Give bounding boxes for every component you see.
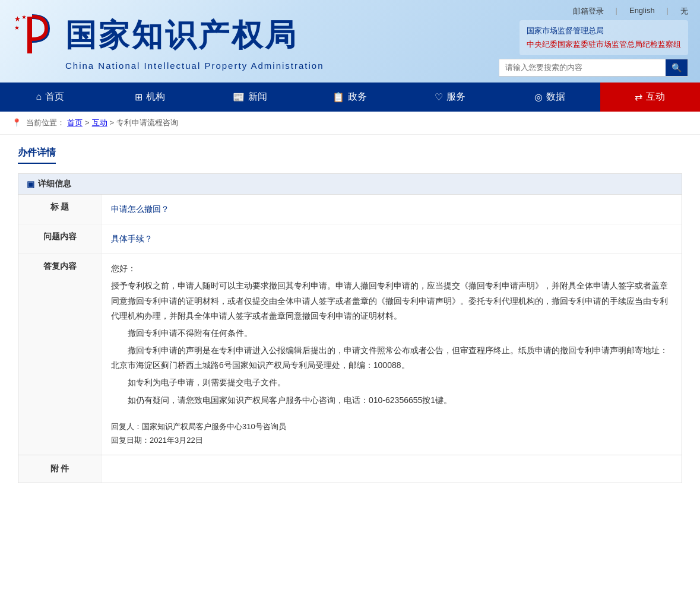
- nav-label-org: 机构: [146, 91, 165, 103]
- nav-label-data: 数据: [546, 91, 565, 103]
- nav-label-interact: 互动: [646, 91, 665, 103]
- search-input[interactable]: [499, 60, 666, 75]
- site-title-en: China National Intellectual Property Adm…: [65, 61, 324, 71]
- title-row: 标 题 申请怎么撤回？: [18, 195, 682, 224]
- svg-rect-3: [27, 17, 32, 53]
- service-icon: ♡: [435, 91, 443, 103]
- breadcrumb-current-label: 当前位置：: [26, 118, 65, 128]
- site-title-zh: 国家知识产权局: [65, 15, 298, 56]
- answer-label: 答复内容: [18, 254, 102, 454]
- search-button[interactable]: 🔍: [666, 59, 688, 76]
- header-top-links: 邮箱登录 | English | 无: [573, 6, 688, 17]
- nav-label-policy: 政务: [348, 91, 367, 103]
- header-right: 邮箱登录 | English | 无 国家市场监督管理总局 中央纪委国家监委驻市…: [499, 6, 688, 77]
- question-row: 问题内容 具体手续？: [18, 224, 682, 254]
- english-link[interactable]: English: [629, 6, 655, 17]
- divider2: |: [667, 6, 669, 17]
- reply-date: 回复日期：2021年3月22日: [111, 433, 672, 447]
- data-icon: ◎: [534, 91, 543, 103]
- breadcrumb-sep1: >: [85, 118, 90, 127]
- search-bar: 🔍: [499, 59, 688, 77]
- detail-header-label: 详细信息: [38, 179, 71, 189]
- header: ★ ★ ★ 国家知识产权局 China National Intellectua…: [0, 0, 700, 83]
- location-icon: 📍: [12, 118, 21, 127]
- nav-item-news[interactable]: 📰 新闻: [200, 83, 300, 112]
- breadcrumb-home[interactable]: 首页: [67, 118, 83, 128]
- news-icon: 📰: [233, 91, 245, 103]
- home-icon: ⌂: [36, 91, 42, 102]
- breadcrumb: 📍 当前位置： 首页 > 互动 > 专利申请流程咨询: [0, 112, 700, 135]
- nav-item-data[interactable]: ◎ 数据: [500, 83, 600, 112]
- svg-text:★: ★: [21, 14, 27, 20]
- question-value: 具体手续？: [102, 224, 682, 253]
- reply-info: 回复人：国家知识产权局客户服务中心310号咨询员 回复日期：2021年3月22日: [111, 420, 672, 448]
- question-label: 问题内容: [18, 224, 102, 253]
- answer-para-4: 如专利为电子申请，则需要提交电子文件。: [111, 375, 672, 390]
- answer-row: 答复内容 您好： 授予专利权之前，申请人随时可以主动要求撤回其专利申请。申请人撤…: [18, 254, 682, 454]
- divider1: |: [616, 6, 617, 17]
- logo-icon: ★ ★ ★: [12, 12, 59, 59]
- other-link[interactable]: 无: [680, 6, 688, 17]
- email-login-link[interactable]: 邮箱登录: [573, 6, 604, 17]
- answer-value: 您好： 授予专利权之前，申请人随时可以主动要求撤回其专利申请。申请人撤回专利申请…: [102, 254, 682, 454]
- nav-item-policy[interactable]: 📋 政务: [300, 83, 400, 112]
- main-nav: ⌂ 首页 ⊞ 机构 📰 新闻 📋 政务 ♡ 服务 ◎ 数据 ⇄ 互动: [0, 83, 700, 112]
- title-label: 标 题: [18, 195, 102, 224]
- header-links-box: 国家市场监督管理总局 中央纪委国家监委驻市场监管总局纪检监察组: [520, 20, 688, 55]
- section-title: 办件详情: [18, 147, 56, 164]
- logo-area: ★ ★ ★ 国家知识产权局 China National Intellectua…: [12, 12, 324, 71]
- discipline-inspection-link[interactable]: 中央纪委国家监委驻市场监管总局纪检监察组: [527, 37, 681, 51]
- attachment-value: [102, 455, 682, 483]
- svg-text:★: ★: [14, 15, 21, 23]
- answer-para-1: 授予专利权之前，申请人随时可以主动要求撤回其专利申请。申请人撤回专利申请的，应当…: [111, 278, 672, 324]
- nav-item-service[interactable]: ♡ 服务: [400, 83, 500, 112]
- detail-header-icon: ▣: [27, 179, 34, 189]
- detail-header: ▣ 详细信息: [18, 174, 682, 195]
- nav-label-service: 服务: [446, 91, 465, 103]
- market-supervision-link[interactable]: 国家市场监督管理总局: [527, 24, 604, 37]
- reply-person: 回复人：国家知识产权局客户服务中心310号咨询员: [111, 420, 672, 433]
- nav-label-home: 首页: [45, 91, 64, 103]
- answer-para-2: 撤回专利申请不得附有任何条件。: [111, 326, 672, 341]
- logo-icon-title: ★ ★ ★ 国家知识产权局: [12, 12, 324, 59]
- nav-item-home[interactable]: ⌂ 首页: [0, 83, 100, 112]
- title-text: 申请怎么撤回？: [111, 204, 169, 214]
- question-text: 具体手续？: [111, 234, 153, 243]
- breadcrumb-sep2: >: [110, 118, 115, 127]
- nav-item-org[interactable]: ⊞ 机构: [100, 83, 199, 112]
- main-content: 办件详情 ▣ 详细信息 标 题 申请怎么撤回？ 问题内容 具体手续？: [0, 135, 700, 495]
- interact-icon: ⇄: [635, 91, 642, 103]
- answer-para-3: 撤回专利申请的声明是在专利申请进入公报编辑后提出的，申请文件照常公布或者公告，但…: [111, 343, 672, 373]
- attachment-label: 附 件: [18, 455, 102, 483]
- attachment-row: 附 件: [18, 455, 682, 483]
- nav-label-news: 新闻: [248, 91, 267, 103]
- answer-para-0: 您好：: [111, 261, 672, 276]
- breadcrumb-current-page: 专利申请流程咨询: [116, 118, 178, 128]
- policy-icon: 📋: [332, 91, 344, 103]
- nav-item-interact[interactable]: ⇄ 互动: [600, 83, 700, 112]
- detail-box: ▣ 详细信息 标 题 申请怎么撤回？ 问题内容 具体手续？ 答复内容: [18, 173, 682, 455]
- title-value: 申请怎么撤回？: [102, 195, 682, 224]
- answer-para-5: 如仍有疑问，请您致电国家知识产权局客户服务中心咨询，电话：010-6235665…: [111, 393, 672, 408]
- breadcrumb-interact[interactable]: 互动: [92, 118, 107, 128]
- svg-text:★: ★: [14, 24, 20, 31]
- org-icon: ⊞: [135, 91, 142, 103]
